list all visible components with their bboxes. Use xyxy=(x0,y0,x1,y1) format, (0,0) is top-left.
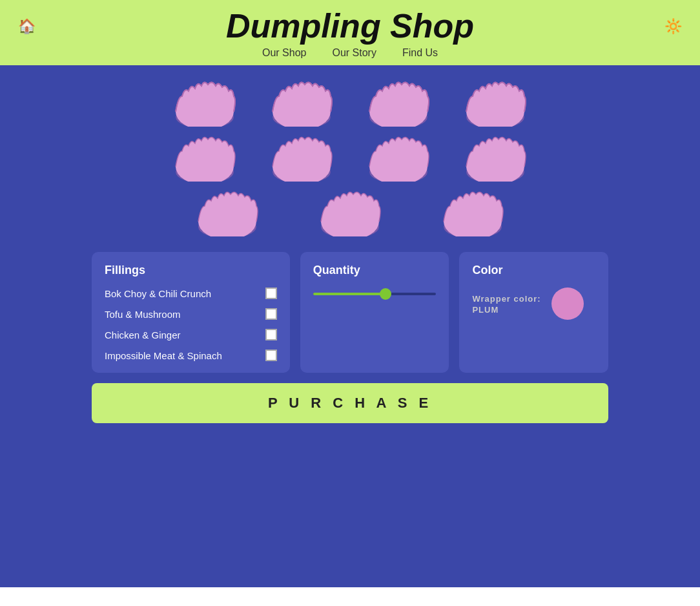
filling-name-2: Tofu & Mushroom xyxy=(105,309,181,320)
quantity-label: Quantity xyxy=(313,264,437,277)
nav-our-shop[interactable]: Our Shop xyxy=(262,47,306,59)
filling-checkbox-2[interactable] xyxy=(265,308,277,320)
header: 🏠 Dumpling Shop Our Shop Our Story Find … xyxy=(0,0,700,65)
nav-find-us[interactable]: Find Us xyxy=(402,47,438,59)
dumpling xyxy=(266,78,337,127)
quantity-panel: Quantity xyxy=(300,252,449,373)
dumpling-row-1 xyxy=(92,78,608,127)
slider-fill xyxy=(313,293,387,295)
dumpling-row-2 xyxy=(92,133,608,182)
dumpling-grid xyxy=(92,78,608,236)
controls-area: Fillings Bok Choy & Chili Crunch Tofu & … xyxy=(92,252,608,373)
dumpling-row-3 xyxy=(92,188,608,236)
filling-checkbox-1[interactable] xyxy=(265,287,277,299)
dumpling xyxy=(460,78,531,127)
dumpling xyxy=(460,133,531,182)
dumpling xyxy=(266,133,337,182)
color-display: Wrapper color: PLUM xyxy=(472,287,595,320)
filling-name-1: Bok Choy & Chili Crunch xyxy=(105,288,211,299)
main-nav: Our Shop Our Story Find Us xyxy=(262,47,438,59)
nav-our-story[interactable]: Our Story xyxy=(332,47,376,59)
fillings-panel: Fillings Bok Choy & Chili Crunch Tofu & … xyxy=(92,252,290,373)
fillings-label: Fillings xyxy=(105,264,277,277)
filling-name-3: Chicken & Ginger xyxy=(105,329,181,340)
slider-track xyxy=(313,293,437,295)
filling-checkbox-3[interactable] xyxy=(265,329,277,340)
wrapper-color-label: Wrapper color: PLUM xyxy=(472,293,540,315)
purchase-button[interactable]: P U R C H A S E xyxy=(92,383,608,423)
dumpling xyxy=(169,133,240,182)
home-icon[interactable]: 🏠 xyxy=(18,18,36,35)
filling-item-2: Tofu & Mushroom xyxy=(105,308,277,320)
filling-item-4: Impossible Meat & Spinach xyxy=(105,350,277,361)
dumpling xyxy=(363,133,434,182)
filling-checkbox-4[interactable] xyxy=(265,350,277,361)
filling-item-3: Chicken & Ginger xyxy=(105,329,277,340)
filling-name-4: Impossible Meat & Spinach xyxy=(105,350,222,361)
dumpling xyxy=(192,188,263,236)
dumpling xyxy=(437,188,508,236)
main-content: Fillings Bok Choy & Chili Crunch Tofu & … xyxy=(0,65,700,587)
quantity-slider-container xyxy=(313,287,437,300)
dumpling xyxy=(314,188,386,236)
dumpling xyxy=(363,78,434,127)
color-swatch[interactable] xyxy=(551,287,584,320)
settings-icon[interactable]: 🔆 xyxy=(664,18,682,35)
quantity-slider-thumb[interactable] xyxy=(380,288,391,300)
color-label: Color xyxy=(472,264,595,277)
color-panel: Color Wrapper color: PLUM xyxy=(459,252,608,373)
dumpling xyxy=(169,78,240,127)
page-title: Dumpling Shop xyxy=(226,8,474,45)
filling-item-1: Bok Choy & Chili Crunch xyxy=(105,287,277,299)
